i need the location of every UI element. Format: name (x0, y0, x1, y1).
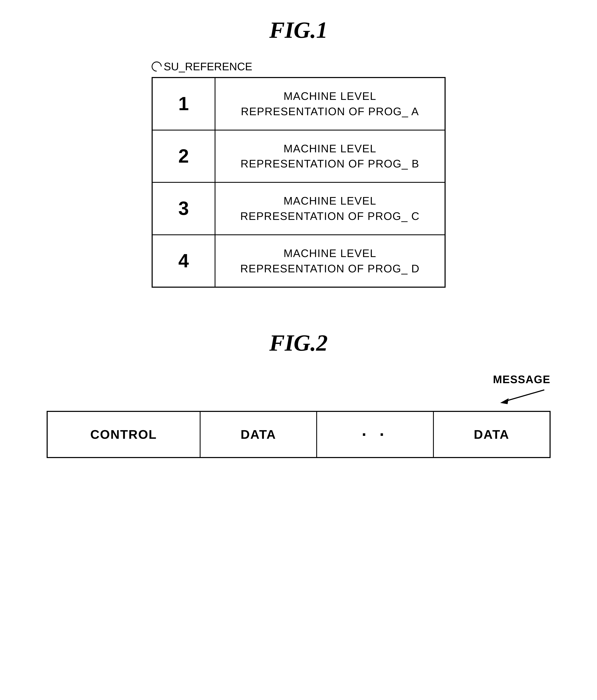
su-reference-label: SU_REFERENCE (151, 60, 446, 73)
row4-number: 4 (152, 235, 215, 287)
fig2-data-cell-2: DATA (433, 411, 550, 458)
svg-marker-1 (500, 398, 508, 404)
svg-line-0 (504, 390, 544, 401)
fig2-title: FIG.2 (269, 330, 328, 356)
arrow-container (47, 388, 551, 404)
fig1-section: FIG.1 SU_REFERENCE 1 MACHINE LEVEL REPRE… (0, 17, 597, 288)
row1-number: 1 (152, 78, 215, 130)
table-row: 1 MACHINE LEVEL REPRESENTATION OF PROG_ … (152, 78, 445, 130)
su-reference-text: SU_REFERENCE (164, 60, 253, 73)
row3-number: 3 (152, 182, 215, 235)
fig2-data-cell-1: DATA (200, 411, 317, 458)
row2-desc: MACHINE LEVEL REPRESENTATION OF PROG_ b (215, 130, 445, 182)
fig2-table-row: CONTROL DATA · · DATA (47, 411, 550, 458)
table-row: 2 MACHINE LEVEL REPRESENTATION OF PROG_ … (152, 130, 445, 182)
fig2-control-cell: CONTROL (47, 411, 200, 458)
row1-desc: MACHINE LEVEL REPRESENTATION OF PROG_ a (215, 78, 445, 130)
row3-desc: MACHINE LEVEL REPRESENTATION OF PROG_ c (215, 182, 445, 235)
message-label: MESSAGE (493, 373, 550, 386)
row2-number: 2 (152, 130, 215, 182)
su-reference-container: SU_REFERENCE 1 MACHINE LEVEL REPRESENTAT… (151, 60, 446, 288)
row4-desc: MACHINE LEVEL REPRESENTATION OF PROG_ d (215, 235, 445, 287)
fig1-table: 1 MACHINE LEVEL REPRESENTATION OF PROG_ … (151, 77, 446, 288)
fig2-section: FIG.2 MESSAGE CONTROL DATA · · DATA (0, 330, 597, 458)
table-row: 4 MACHINE LEVEL REPRESENTATION OF PROG_ … (152, 235, 445, 287)
table-row: 3 MACHINE LEVEL REPRESENTATION OF PROG_ … (152, 182, 445, 235)
message-arrow-icon (467, 388, 551, 404)
message-container: MESSAGE (47, 373, 551, 404)
fig1-title: FIG.1 (269, 17, 328, 44)
fig2-dots-cell: · · (317, 411, 433, 458)
fig2-table: CONTROL DATA · · DATA (47, 411, 551, 458)
